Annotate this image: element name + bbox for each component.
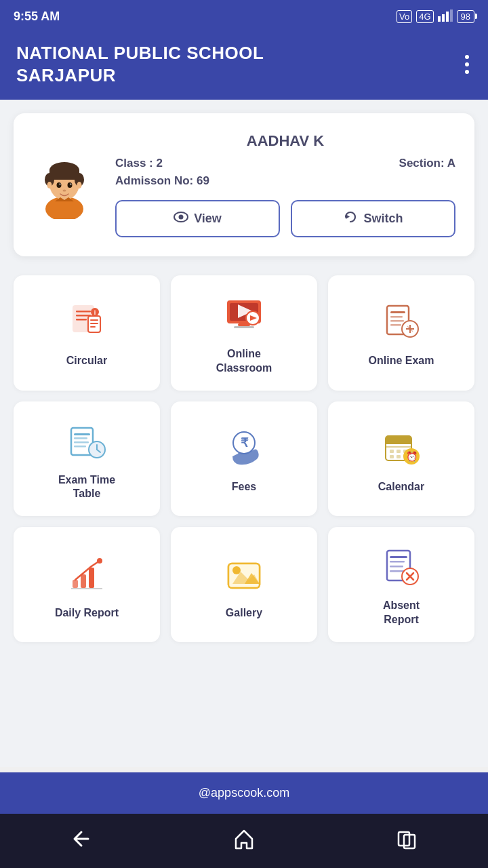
student-name: AADHAV K [115, 132, 455, 150]
nav-bar [0, 814, 488, 868]
svg-text:i: i [94, 309, 96, 316]
fees-item[interactable]: ₹ Fees [171, 401, 317, 517]
svg-text:⏰: ⏰ [406, 451, 418, 462]
gallery-item[interactable]: Gallery [171, 527, 317, 642]
svg-rect-51 [74, 446, 86, 448]
svg-rect-10 [49, 170, 79, 180]
online-classroom-item[interactable]: OnlineClassroom [171, 275, 317, 391]
online-classroom-label: OnlineClassroom [216, 347, 272, 376]
online-exam-label: Online Exam [369, 354, 434, 368]
svg-rect-39 [390, 311, 405, 313]
svg-rect-26 [90, 319, 98, 321]
battery-icon: 98 [457, 10, 474, 23]
profile-card: AADHAV K Class : 2 Section: A Admisson N… [14, 113, 474, 256]
calendar-item[interactable]: ⏰ Calendar [328, 401, 474, 517]
switch-button[interactable]: Switch [291, 200, 455, 237]
menu-dot-3 [465, 70, 469, 74]
online-exam-item[interactable]: Online Exam [328, 275, 474, 391]
view-button[interactable]: View [115, 200, 280, 237]
online-exam-icon [380, 301, 423, 344]
daily-report-icon [65, 553, 108, 597]
volte-icon: Vo [396, 10, 412, 23]
action-buttons: View Switch [115, 200, 455, 237]
exam-timetable-item[interactable]: Exam TimeTable [14, 401, 160, 517]
svg-point-14 [70, 183, 72, 184]
svg-rect-1 [442, 14, 445, 22]
svg-rect-61 [390, 450, 394, 453]
calendar-icon: ⏰ [380, 427, 423, 471]
svg-rect-81 [390, 561, 405, 563]
class-section-row: Class : 2 Section: A [115, 157, 455, 170]
svg-point-12 [68, 182, 73, 188]
svg-rect-42 [390, 324, 401, 326]
gallery-label: Gallery [226, 606, 262, 620]
svg-rect-22 [76, 311, 91, 313]
svg-rect-82 [390, 566, 403, 568]
svg-point-71 [97, 558, 102, 564]
svg-rect-27 [90, 323, 98, 324]
daily-report-item[interactable]: Daily Report [14, 527, 160, 642]
circular-icon: i [65, 301, 108, 344]
footer-brand: @appscook.com [0, 772, 488, 814]
svg-point-17 [77, 182, 82, 189]
svg-point-77 [232, 566, 241, 574]
home-button[interactable] [232, 827, 256, 856]
svg-rect-49 [74, 437, 87, 439]
network-icon: 4G [416, 10, 433, 23]
online-classroom-icon [222, 294, 266, 338]
avatar [27, 148, 102, 222]
status-bar: 9:55 AM Vo 4G 98 [0, 0, 488, 33]
svg-marker-20 [346, 214, 350, 219]
svg-rect-28 [90, 326, 96, 328]
svg-rect-62 [396, 450, 401, 453]
recents-button[interactable] [394, 827, 419, 856]
gallery-icon [222, 553, 266, 597]
svg-point-11 [57, 182, 62, 188]
svg-point-13 [60, 183, 61, 184]
menu-button[interactable] [462, 52, 472, 77]
back-button[interactable] [69, 827, 94, 856]
svg-rect-24 [76, 319, 87, 321]
class-label: Class : 2 [115, 157, 163, 170]
svg-rect-59 [386, 440, 411, 444]
svg-rect-48 [74, 433, 90, 435]
svg-rect-0 [438, 16, 441, 22]
svg-rect-70 [89, 568, 94, 588]
main-content: AADHAV K Class : 2 Section: A Admisson N… [0, 100, 488, 767]
absent-report-icon [380, 546, 423, 589]
absent-report-label: AbsentReport [383, 599, 420, 627]
svg-rect-80 [390, 556, 407, 558]
fees-label: Fees [232, 480, 256, 494]
svg-rect-69 [81, 574, 86, 588]
exam-timetable-icon [65, 420, 108, 464]
profile-info: AADHAV K Class : 2 Section: A Admisson N… [115, 132, 455, 237]
app-title: NATIONAL PUBLIC SCHOOLSARJAPUR [16, 42, 264, 86]
feature-grid: i Circular OnlineClassroom [14, 275, 474, 642]
svg-rect-68 [73, 580, 78, 588]
svg-point-19 [179, 215, 184, 220]
svg-rect-65 [396, 455, 401, 458]
absent-report-item[interactable]: AbsentReport [328, 527, 474, 642]
admission-row: Admisson No: 69 [115, 174, 455, 188]
circular-label: Circular [66, 354, 107, 368]
svg-rect-36 [238, 323, 250, 326]
daily-report-label: Daily Report [55, 606, 119, 620]
eye-icon [174, 212, 188, 226]
exam-timetable-label: Exam TimeTable [58, 473, 115, 502]
status-icons: Vo 4G 98 [396, 9, 474, 24]
menu-dot-2 [465, 62, 469, 66]
svg-rect-2 [446, 12, 449, 22]
svg-text:₹: ₹ [241, 436, 249, 450]
calendar-label: Calendar [378, 480, 424, 494]
status-time: 9:55 AM [14, 9, 60, 24]
brand-text: @appscook.com [199, 786, 289, 800]
svg-rect-64 [390, 455, 394, 458]
switch-icon [343, 210, 358, 228]
svg-rect-41 [390, 320, 404, 322]
menu-dot-1 [465, 55, 469, 59]
fees-icon: ₹ [222, 427, 266, 471]
section-label: Section: A [399, 157, 455, 170]
svg-rect-40 [390, 316, 403, 318]
signal-icon [438, 9, 453, 24]
circular-item[interactable]: i Circular [14, 275, 160, 391]
